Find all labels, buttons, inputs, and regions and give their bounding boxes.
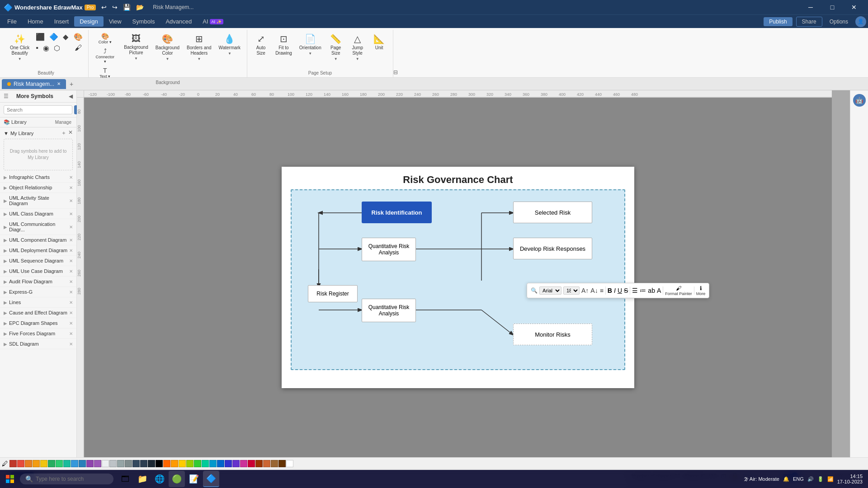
item-close[interactable]: ✕ [69,211,73,216]
color-btn[interactable]: 🎨 Color ▾ [92,32,118,46]
color-swatch-14[interactable] [117,460,124,467]
fit-drawing-button[interactable]: ⊡ Fit toDrawing [273,32,295,58]
borders-button[interactable]: ⊞ Borders andHeaders ▼ [184,32,214,63]
text-color-btn[interactable]: A [657,287,661,294]
item-close[interactable]: ✕ [69,310,73,315]
canvas-area[interactable]: -120 -100 -80 -60 -40 -20 0 20 40 60 80 … [77,90,850,457]
selected-risk-shape[interactable]: Selected Risk [513,202,592,223]
unit-button[interactable]: 📐 Unit [369,32,389,52]
color-swatch-11[interactable] [94,460,101,467]
item-close[interactable]: ✕ [69,258,73,263]
taskbar-search-box[interactable]: 🔍 [20,474,113,484]
risk-register-shape[interactable]: Risk Register [308,285,358,302]
color-swatch-34[interactable] [278,460,286,467]
color-swatch-13[interactable] [109,460,117,467]
color-swatch-12[interactable] [102,460,109,467]
color-swatch-red[interactable] [9,460,17,467]
bold-button[interactable]: B [608,287,612,294]
expand-icon[interactable]: ⊟ [393,69,398,75]
color-swatch-31[interactable] [255,460,263,467]
style-btn-1[interactable]: ⬛ [34,32,47,42]
color-swatch-28[interactable] [232,460,240,467]
bullet-list-btn[interactable]: ☰ [632,287,638,294]
item-close[interactable]: ✕ [69,279,73,284]
menu-insert[interactable]: Insert [49,16,75,27]
color-swatch-2[interactable] [25,460,32,467]
color-swatch-23[interactable] [194,460,201,467]
menu-advanced[interactable]: Advanced [160,16,197,27]
search-input[interactable] [4,105,72,114]
item-close[interactable]: ✕ [69,290,73,295]
orientation-button[interactable]: 📄 Orientation ▼ [297,32,324,57]
taskbar-app-task-view[interactable]: 🗔 [117,471,133,487]
one-click-beautify-button[interactable]: ✨ One ClickBeautify ▼ [7,32,32,63]
open-button[interactable]: 📂 [134,3,146,12]
redo-button[interactable]: ↪ [110,3,119,12]
quantitative-risk-1-shape[interactable]: Quantitative Risk Analysis [362,238,416,261]
tab-close-button[interactable]: ✕ [57,81,61,86]
color-swatch-4[interactable] [40,460,47,467]
start-button[interactable] [2,471,18,487]
monitor-risks-shape[interactable]: Monitor Risks [513,324,592,345]
menu-home[interactable]: Home [22,16,49,27]
item-close[interactable]: ✕ [69,238,73,243]
notification-icon[interactable]: 🔔 [783,476,789,482]
color-swatch-32[interactable] [263,460,270,467]
text-align-btn[interactable]: ≡ [600,287,604,294]
color-swatch-33[interactable] [271,460,278,467]
color-swatch-16[interactable] [132,460,140,467]
menu-design[interactable]: Design [74,16,103,27]
italic-button[interactable]: I [614,287,616,294]
sidebar-item-uml-component[interactable]: ▶ UML Component Diagram ✕ [0,235,76,245]
color-swatch-25[interactable] [209,460,217,467]
sidebar-item-uml-comm[interactable]: ▶ UML Communication Diagr... ✕ [0,219,76,235]
color-swatch-6[interactable] [56,460,63,467]
color-swatch-26[interactable] [217,460,224,467]
beautify-more-2[interactable]: 🖌 [72,43,85,53]
sidebar-item-infographic[interactable]: ▶ Infographic Charts ✕ [0,172,76,183]
menu-ai[interactable]: AI AI ✨ [197,16,228,27]
sidebar-item-object[interactable]: ▶ Object Relationship ✕ [0,183,76,193]
sidebar-item-sdl[interactable]: ▶ SDL Diagram ✕ [0,339,76,349]
color-swatch-white[interactable] [286,460,293,467]
develop-risk-shape[interactable]: Develop Risk Responses [513,238,592,259]
style-btn-3[interactable]: ◆ [61,32,70,42]
format-painter-btn[interactable]: 🖌 Format Painter [665,285,692,296]
font-decrease-btn[interactable]: A↓ [590,287,598,294]
diagram-canvas[interactable]: Risk Governance Chart [282,167,634,388]
color-swatch-10[interactable] [86,460,94,467]
sidebar-item-five-forces[interactable]: ▶ Five Forces Diagram ✕ [0,328,76,339]
taskbar-search-input[interactable] [36,476,108,482]
manage-button[interactable]: Manage [54,119,73,125]
color-swatch-19[interactable] [163,460,170,467]
beautify-more-1[interactable]: 🎨 [72,32,85,42]
item-close[interactable]: ✕ [69,331,73,336]
strikethrough-button[interactable]: S [624,287,628,294]
text-btn[interactable]: T Text ▾ [92,66,118,80]
close-button[interactable]: ✕ [844,0,864,14]
color-swatch-15[interactable] [125,460,132,467]
sidebar-collapse[interactable]: ◀ [69,93,73,99]
canvas-bg[interactable]: Risk Governance Chart [84,98,832,457]
sidebar-item-lines[interactable]: ▶ Lines ✕ [0,297,76,308]
quantitative-risk-2-shape[interactable]: Quantitative Risk Analysis [362,299,416,322]
connector-btn[interactable]: ⤴ Connector ▾ [92,47,118,65]
font-selector[interactable]: Arial [539,286,561,295]
item-close[interactable]: ✕ [69,321,73,326]
diagram-body[interactable]: Risk Identification Quantitative Risk An… [291,189,625,370]
sidebar-item-uml-usecase[interactable]: ▶ UML Use Case Diagram ✕ [0,266,76,277]
numbered-list-btn[interactable]: ≔ [640,287,646,294]
page-size-button[interactable]: 📏 PageSize ▼ [326,32,346,63]
close-library-btn[interactable]: ✕ [68,129,73,137]
maximize-button[interactable]: □ [822,0,843,14]
sidebar-item-uml-sequence[interactable]: ▶ UML Sequence Diagram ✕ [0,256,76,266]
color-swatch-30[interactable] [248,460,255,467]
undo-button[interactable]: ↩ [99,3,108,12]
sidebar-item-uml-class[interactable]: ▶ UML Class Diagram ✕ [0,209,76,219]
color-swatch-22[interactable] [186,460,193,467]
item-close[interactable]: ✕ [69,198,73,203]
style-btn-4[interactable]: ▪ [34,43,40,53]
style-btn-6[interactable]: ⬡ [52,43,62,53]
item-close[interactable]: ✕ [69,185,73,190]
color-swatch-8[interactable] [71,460,78,467]
